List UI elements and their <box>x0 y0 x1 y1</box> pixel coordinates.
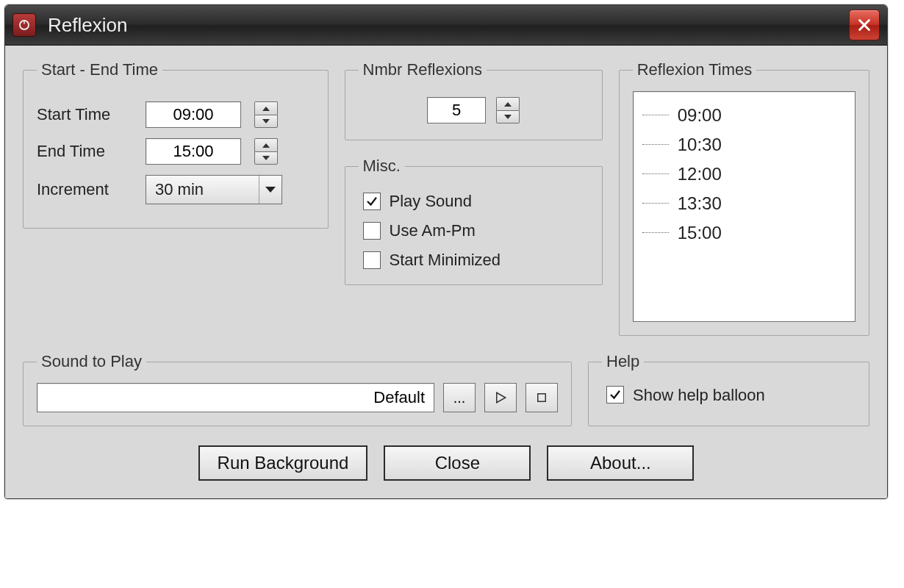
close-button[interactable]: Close <box>384 445 531 481</box>
reflexion-times-list[interactable]: 09:00 10:30 12:00 13:30 15:00 <box>633 91 855 322</box>
chevron-down-icon <box>259 176 281 204</box>
window-title: Reflexion <box>48 14 849 37</box>
start-minimized-checkbox[interactable] <box>363 251 381 269</box>
svg-marker-4 <box>262 143 270 148</box>
nmbr-reflexions-spinner <box>496 97 520 123</box>
list-item[interactable]: 09:00 <box>639 101 847 130</box>
svg-marker-9 <box>497 392 506 403</box>
svg-marker-6 <box>265 187 276 193</box>
run-background-button[interactable]: Run Background <box>198 445 368 481</box>
svg-marker-7 <box>504 102 512 107</box>
svg-marker-8 <box>504 115 512 119</box>
end-time-label: End Time <box>37 142 132 161</box>
browse-sound-button[interactable]: ... <box>443 383 476 412</box>
misc-group: Misc. Play Sound Use Am-Pm <box>345 157 603 285</box>
list-item[interactable]: 12:00 <box>639 159 847 189</box>
close-icon <box>856 17 872 33</box>
play-sound-checkbox[interactable] <box>363 193 381 210</box>
stop-sound-button[interactable] <box>525 383 558 412</box>
show-help-balloon-label: Show help balloon <box>633 386 765 405</box>
play-sound-label: Play Sound <box>390 192 473 211</box>
increment-value: 30 min <box>146 180 259 199</box>
svg-rect-10 <box>538 394 546 402</box>
end-time-input[interactable] <box>146 138 241 165</box>
show-help-balloon-checkbox[interactable] <box>606 386 624 404</box>
client-area: Start - End Time Start Time End Time <box>5 46 887 498</box>
start-time-up-button[interactable] <box>254 101 278 115</box>
chevron-up-icon <box>262 143 270 148</box>
chevron-down-icon <box>504 115 512 119</box>
sound-file-input[interactable] <box>37 383 434 412</box>
help-group: Help Show help balloon <box>588 352 869 426</box>
start-time-input[interactable] <box>146 101 241 128</box>
end-time-spinner <box>254 138 278 165</box>
nmbr-up-button[interactable] <box>496 97 520 110</box>
misc-legend: Misc. <box>359 157 405 176</box>
help-legend: Help <box>602 352 644 371</box>
play-sound-button[interactable] <box>484 383 517 412</box>
nmbr-reflexions-input[interactable] <box>427 97 486 123</box>
about-button[interactable]: About... <box>547 445 694 481</box>
chevron-down-icon <box>262 119 270 123</box>
reflexion-times-group: Reflexion Times 09:00 10:30 12:00 13:30 … <box>619 60 869 336</box>
sound-to-play-legend: Sound to Play <box>37 352 146 371</box>
end-time-up-button[interactable] <box>254 138 278 151</box>
increment-label: Increment <box>37 180 132 199</box>
start-minimized-label: Start Minimized <box>390 251 501 270</box>
start-end-time-legend: Start - End Time <box>37 60 162 79</box>
increment-select[interactable]: 30 min <box>146 175 282 204</box>
svg-rect-1 <box>24 20 25 24</box>
end-time-down-button[interactable] <box>254 151 278 165</box>
chevron-down-icon <box>262 156 270 160</box>
reflexion-times-legend: Reflexion Times <box>633 60 757 79</box>
start-time-label: Start Time <box>37 105 132 124</box>
use-ampm-checkbox[interactable] <box>363 222 381 240</box>
start-time-down-button[interactable] <box>254 115 278 128</box>
svg-marker-5 <box>262 156 270 160</box>
nmbr-reflexions-group: Nmbr Reflexions <box>345 60 603 140</box>
nmbr-reflexions-legend: Nmbr Reflexions <box>359 60 487 79</box>
chevron-up-icon <box>504 102 512 107</box>
list-item[interactable]: 13:30 <box>639 189 847 218</box>
stop-icon <box>535 391 548 404</box>
nmbr-down-button[interactable] <box>496 110 520 123</box>
start-time-spinner <box>254 101 278 128</box>
title-bar: Reflexion <box>5 5 887 46</box>
check-icon <box>365 195 379 208</box>
dialog-button-row: Run Background Close About... <box>23 445 869 481</box>
start-end-time-group: Start - End Time Start Time End Time <box>23 60 329 229</box>
svg-marker-2 <box>262 107 270 111</box>
chevron-up-icon <box>262 107 270 111</box>
check-icon <box>609 388 622 401</box>
reflexion-window: Reflexion Start - End Time Start Time <box>4 4 888 499</box>
svg-marker-3 <box>262 119 270 123</box>
sound-to-play-group: Sound to Play ... <box>23 352 572 426</box>
app-icon <box>12 13 36 37</box>
window-close-button[interactable] <box>849 10 880 40</box>
use-ampm-label: Use Am-Pm <box>390 221 476 240</box>
play-icon <box>494 391 507 404</box>
list-item[interactable]: 10:30 <box>639 130 847 159</box>
list-item[interactable]: 15:00 <box>639 218 847 248</box>
